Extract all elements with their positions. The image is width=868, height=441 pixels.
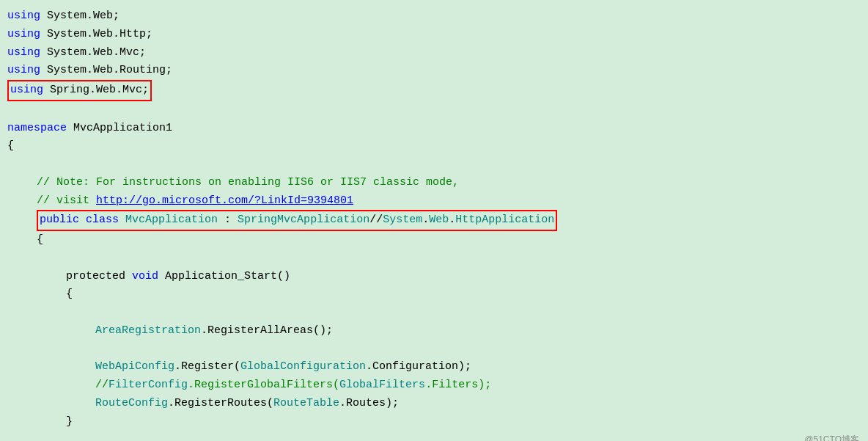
code-line: using System.Web; [7, 7, 853, 26]
code-token: .Routes); [339, 395, 399, 413]
code-token: namespace [7, 120, 67, 138]
code-token: .RegisterRoutes( [168, 395, 273, 413]
code-token: instructions [122, 174, 202, 192]
code-token: .Configuration); [366, 358, 471, 376]
code-token: { [37, 231, 43, 249]
code-line: { [7, 137, 853, 156]
code-token: } [66, 413, 73, 431]
code-token: AreaRegistration [95, 322, 201, 340]
code-container: using System.Web;using System.Web.Http;u… [0, 0, 868, 441]
code-line: // visit http://go.microsoft.com/?LinkId… [7, 192, 853, 211]
code-token: RouteTable [273, 395, 339, 413]
code-token: System [383, 214, 422, 226]
code-token: using [7, 26, 40, 44]
code-token: WebApiConfig [95, 358, 174, 376]
code-token: GlobalConfiguration [240, 358, 366, 376]
code-token: : [218, 214, 238, 226]
code-token: protected [66, 268, 125, 286]
code-token [119, 214, 125, 226]
code-token: using [7, 62, 40, 80]
code-line [7, 340, 853, 359]
code-token: // [95, 376, 108, 395]
code-line: using System.Web.Routing; [7, 62, 853, 80]
code-line: { [7, 285, 853, 304]
code-token: .RegisterAllAreas(); [201, 322, 333, 340]
code-line: using System.Web.Http; [7, 26, 853, 44]
code-token: // [369, 214, 383, 226]
code-token: .Filters); [425, 376, 491, 395]
code-line: using Spring.Web.Mvc; [7, 80, 853, 101]
code-token: Web [429, 214, 449, 226]
code-line [7, 304, 853, 322]
watermark: @51CTO博客 [804, 433, 859, 441]
code-token: // Note: For [37, 174, 122, 192]
code-line: using System.Web.Mvc; [7, 44, 853, 62]
highlighted-code: public class MvcApplication : SpringMvcA… [37, 210, 557, 231]
code-token: . [422, 214, 429, 226]
code-line: namespace MvcApplication1 [7, 120, 853, 138]
code-token: using [7, 44, 40, 62]
code-line: { [7, 231, 853, 249]
code-token: HttpApplication [455, 214, 554, 226]
code-token [125, 268, 132, 286]
code-token: using [7, 7, 40, 26]
code-line: public class MvcApplication : SpringMvcA… [7, 210, 853, 231]
code-token: { [7, 137, 14, 156]
code-line: RouteConfig.RegisterRoutes(RouteTable.Ro… [7, 395, 853, 413]
code-token: System.Web.Http; [40, 26, 152, 44]
code-line: //FilterConfig.RegisterGlobalFilters(Glo… [7, 376, 853, 395]
code-link[interactable]: http://go.microsoft.com/?LinkId=9394801 [96, 192, 353, 211]
code-line: // Note: For instructions on enabling II… [7, 174, 853, 192]
code-token: MvcApplication [125, 214, 218, 226]
code-token: GlobalFilters [339, 376, 425, 395]
code-line: WebApiConfig.Register(GlobalConfiguratio… [7, 358, 853, 376]
code-token: Spring.Web.Mvc; [43, 84, 149, 96]
highlighted-code: using Spring.Web.Mvc; [7, 80, 152, 101]
code-token: class [86, 214, 119, 226]
code-line: } [7, 413, 853, 431]
code-token: SpringMvcApplication [238, 214, 369, 226]
code-token: System.Web.Mvc; [40, 44, 146, 62]
code-line: protected void Application_Start() [7, 268, 853, 286]
code-token: .Register( [174, 358, 240, 376]
code-token: Application_Start() [158, 268, 290, 286]
code-token: void [132, 268, 158, 286]
code-line: AreaRegistration.RegisterAllAreas(); [7, 322, 853, 340]
code-line [7, 249, 853, 268]
code-token: on enabling IIS6 or IIS7 classic mode, [202, 174, 459, 192]
code-token: FilterConfig [108, 376, 188, 395]
code-token: { [66, 285, 73, 304]
code-line [7, 101, 853, 120]
code-token [79, 214, 86, 226]
code-line [7, 156, 853, 174]
code-token: System.Web.Routing; [40, 62, 172, 80]
code-token: .RegisterGlobalFilters( [188, 376, 339, 395]
code-token: RouteConfig [95, 395, 168, 413]
code-token: // visit [37, 192, 96, 211]
code-token: public [40, 214, 79, 226]
code-token: using [10, 84, 43, 96]
code-token: . [449, 214, 455, 226]
code-token: MvcApplication1 [67, 120, 172, 138]
code-token: System.Web; [40, 7, 119, 26]
